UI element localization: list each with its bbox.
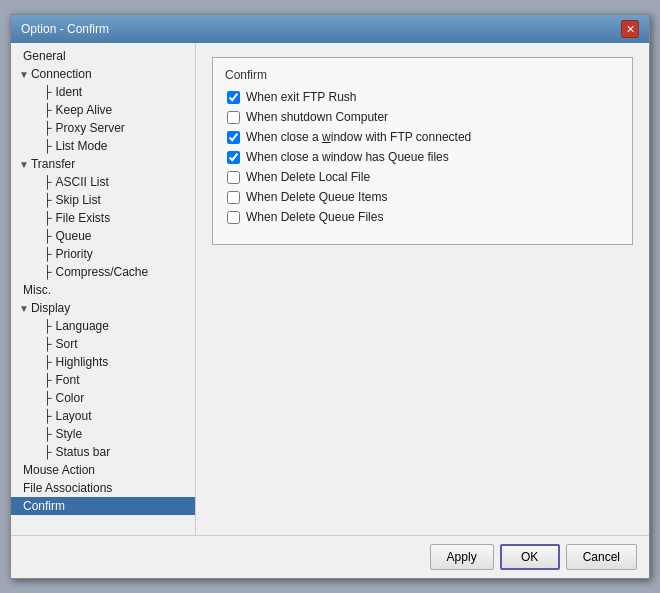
sidebar-item-label-general: General [23,49,66,63]
sidebar-item-priority[interactable]: ├ Priority [11,245,195,263]
titlebar: Option - Confirm ✕ [11,15,649,43]
checkbox-item-delete_queue_items[interactable]: When Delete Queue Items [227,190,618,204]
checkbox-label-close_queue: When close a window has Queue files [246,150,449,164]
sidebar-item-listmode[interactable]: ├ List Mode [11,137,195,155]
sidebar-item-skiplist[interactable]: ├ Skip List [11,191,195,209]
checkbox-shutdown[interactable] [227,111,240,124]
sidebar-item-label-fileexists: File Exists [56,211,111,225]
sidebar-item-label-keepalive: Keep Alive [56,103,113,117]
sidebar-item-style[interactable]: ├ Style [11,425,195,443]
checkbox-label-exit_ftp: When exit FTP Rush [246,90,356,104]
sidebar-item-compress[interactable]: ├ Compress/Cache [11,263,195,281]
checkbox-label-shutdown: When shutdown Computer [246,110,388,124]
checkbox-delete_queue_files[interactable] [227,211,240,224]
sidebar-item-label-listmode: List Mode [56,139,108,153]
cancel-button[interactable]: Cancel [566,544,637,570]
sidebar-item-transfer[interactable]: ▼ Transfer [11,155,195,173]
sidebar-item-confirm[interactable]: Confirm [11,497,195,515]
sidebar-item-asciilist[interactable]: ├ ASCII List [11,173,195,191]
close-button[interactable]: ✕ [621,20,639,38]
sidebar-item-font[interactable]: ├ Font [11,371,195,389]
sidebar-item-mouseaction[interactable]: Mouse Action [11,461,195,479]
checkbox-delete_queue_items[interactable] [227,191,240,204]
sidebar-item-label-transfer: Transfer [31,157,75,171]
sidebar-item-label-language: Language [56,319,109,333]
checkbox-close_window_ftp[interactable] [227,131,240,144]
sidebar-item-label-sort: Sort [56,337,78,351]
sidebar-item-label-confirm: Confirm [23,499,65,513]
sidebar-item-label-asciilist: ASCII List [56,175,109,189]
sidebar-item-label-color: Color [56,391,85,405]
sidebar-item-label-proxy: Proxy Server [56,121,125,135]
sidebar-item-label-display: Display [31,301,70,315]
checkbox-item-close_queue[interactable]: When close a window has Queue files [227,150,618,164]
checkbox-item-exit_ftp[interactable]: When exit FTP Rush [227,90,618,104]
sidebar: General▼ Connection├ Ident├ Keep Alive├ … [11,43,196,535]
sidebar-item-label-misc: Misc. [23,283,51,297]
checkbox-item-delete_local[interactable]: When Delete Local File [227,170,618,184]
sidebar-item-keepalive[interactable]: ├ Keep Alive [11,101,195,119]
sidebar-item-proxy[interactable]: ├ Proxy Server [11,119,195,137]
sidebar-item-sort[interactable]: ├ Sort [11,335,195,353]
sidebar-item-label-mouseaction: Mouse Action [23,463,95,477]
sidebar-item-label-skiplist: Skip List [56,193,101,207]
sidebar-item-language[interactable]: ├ Language [11,317,195,335]
checkbox-close_queue[interactable] [227,151,240,164]
sidebar-item-color[interactable]: ├ Color [11,389,195,407]
dialog-body: General▼ Connection├ Ident├ Keep Alive├ … [11,43,649,535]
sidebar-item-label-connection: Connection [31,67,92,81]
sidebar-item-label-highlights: Highlights [56,355,109,369]
checkbox-label-delete_queue_files: When Delete Queue Files [246,210,383,224]
sidebar-item-statusbar[interactable]: ├ Status bar [11,443,195,461]
dialog-footer: Apply OK Cancel [11,535,649,578]
sidebar-item-fileexists[interactable]: ├ File Exists [11,209,195,227]
checkbox-label-delete_local: When Delete Local File [246,170,370,184]
sidebar-item-connection[interactable]: ▼ Connection [11,65,195,83]
checkbox-label-close_window_ftp: When close a window with FTP connected [246,130,471,144]
confirm-group: Confirm When exit FTP RushWhen shutdown … [212,57,633,245]
sidebar-item-label-layout: Layout [56,409,92,423]
sidebar-item-layout[interactable]: ├ Layout [11,407,195,425]
sidebar-item-fileassociations[interactable]: File Associations [11,479,195,497]
sidebar-item-label-compress: Compress/Cache [56,265,149,279]
sidebar-item-general[interactable]: General [11,47,195,65]
checkbox-exit_ftp[interactable] [227,91,240,104]
sidebar-item-label-statusbar: Status bar [56,445,111,459]
sidebar-item-label-ident: Ident [56,85,83,99]
sidebar-item-label-priority: Priority [56,247,93,261]
checkbox-label-delete_queue_items: When Delete Queue Items [246,190,387,204]
apply-button[interactable]: Apply [430,544,494,570]
main-content: Confirm When exit FTP RushWhen shutdown … [196,43,649,535]
checkbox-delete_local[interactable] [227,171,240,184]
checkbox-item-close_window_ftp[interactable]: When close a window with FTP connected [227,130,618,144]
ok-button[interactable]: OK [500,544,560,570]
dialog-window: Option - Confirm ✕ General▼ Connection├ … [10,14,650,579]
sidebar-item-label-queue: Queue [56,229,92,243]
sidebar-item-misc[interactable]: Misc. [11,281,195,299]
sidebar-item-label-fileassociations: File Associations [23,481,112,495]
sidebar-item-highlights[interactable]: ├ Highlights [11,353,195,371]
dialog-title: Option - Confirm [21,22,109,36]
sidebar-item-display[interactable]: ▼ Display [11,299,195,317]
sidebar-item-ident[interactable]: ├ Ident [11,83,195,101]
confirm-group-title: Confirm [225,68,618,82]
sidebar-item-queue[interactable]: ├ Queue [11,227,195,245]
sidebar-item-label-font: Font [56,373,80,387]
sidebar-item-label-style: Style [56,427,83,441]
checkbox-item-delete_queue_files[interactable]: When Delete Queue Files [227,210,618,224]
checkbox-item-shutdown[interactable]: When shutdown Computer [227,110,618,124]
